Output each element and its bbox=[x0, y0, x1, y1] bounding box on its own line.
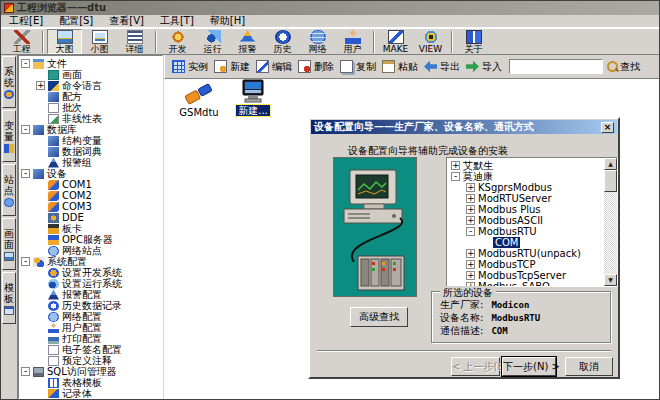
tree-item[interactable]: 打印配置 bbox=[19, 333, 162, 344]
tree-item[interactable]: 用户配置 bbox=[19, 322, 162, 333]
tab-variables[interactable]: 变量 bbox=[2, 110, 16, 162]
toolbar2-new[interactable]: 新建 bbox=[211, 58, 253, 76]
menu-tools[interactable]: 工具[T] bbox=[160, 14, 194, 28]
tab-screens[interactable]: 画面 bbox=[2, 218, 16, 270]
minus-expander[interactable]: - bbox=[21, 257, 30, 266]
dialog-titlebar[interactable]: 设备配置向导——生产厂家、设备名称、通讯方式 × bbox=[311, 120, 617, 134]
menu-help[interactable]: 帮助[H] bbox=[210, 14, 245, 28]
tree-item[interactable]: -设备 bbox=[19, 168, 162, 179]
toolbar-history[interactable]: 历史 bbox=[265, 29, 300, 54]
tree-item[interactable]: 历史数据记录 bbox=[19, 300, 162, 311]
project-tree[interactable]: -文件画面+命令语言配方批次非线性表-数据库结构变量数据词典报警组-设备COM1… bbox=[18, 55, 163, 399]
scroll-thumb[interactable] bbox=[604, 170, 617, 192]
driver-tree-item[interactable]: +ModRTUServer bbox=[449, 193, 603, 204]
tree-item[interactable]: -数据库 bbox=[19, 124, 162, 135]
tab-sites[interactable]: 站点 bbox=[2, 164, 16, 216]
scroll-down-icon[interactable]: ▼ bbox=[604, 274, 617, 286]
back-button[interactable]: < 上一步(B) bbox=[451, 357, 500, 376]
tree-item[interactable]: 预定义注释 bbox=[19, 355, 162, 366]
driver-tree-item[interactable]: +ModbusTcpServer bbox=[449, 270, 603, 281]
tree-item[interactable]: COM3 bbox=[19, 201, 162, 212]
listbox-scrollbar[interactable]: ▲ ▼ bbox=[604, 158, 617, 286]
find-button[interactable]: 查找 bbox=[620, 60, 640, 74]
tree-item[interactable]: 结构变量 bbox=[19, 135, 162, 146]
plus-expander[interactable]: + bbox=[451, 161, 460, 170]
plus-expander[interactable]: + bbox=[466, 183, 475, 192]
tree-item[interactable]: -SQL访问管理器 bbox=[19, 366, 162, 377]
minus-expander[interactable]: - bbox=[21, 367, 30, 376]
toolbar2-edit[interactable]: 编辑 bbox=[253, 58, 295, 76]
toolbar-large-icons[interactable]: 大图 bbox=[47, 29, 82, 54]
tab-system[interactable]: 系统 bbox=[2, 56, 16, 108]
toolbar2-paste[interactable]: 粘贴 bbox=[379, 58, 421, 76]
tree-item[interactable]: 电子签名配置 bbox=[19, 344, 162, 355]
tree-item[interactable]: 网络站点 bbox=[19, 245, 162, 256]
tree-item[interactable]: -文件 bbox=[19, 58, 162, 69]
plus-expander[interactable]: + bbox=[466, 216, 475, 225]
toolbar-network[interactable]: 网络 bbox=[300, 29, 335, 54]
minus-expander[interactable]: - bbox=[21, 125, 30, 134]
driver-tree-item[interactable]: +ModbusASCII bbox=[449, 215, 603, 226]
plus-expander[interactable]: + bbox=[466, 194, 475, 203]
toolbar-alarm[interactable]: 报警 bbox=[230, 29, 265, 54]
driver-tree[interactable]: +艾默生-莫迪康+KSgprsModbus+ModRTUServer+Modbu… bbox=[447, 158, 604, 286]
toolbar-small-icons[interactable]: 小图 bbox=[82, 29, 117, 54]
driver-tree-item[interactable]: +ModbusRTU(unpack) bbox=[449, 248, 603, 259]
tree-item[interactable]: DDE bbox=[19, 212, 162, 223]
device-item-new[interactable]: 新建... bbox=[226, 79, 280, 116]
plus-expander[interactable]: + bbox=[36, 81, 45, 90]
plus-expander[interactable]: + bbox=[466, 249, 475, 258]
window-titlebar[interactable]: 工程浏览器——dtu bbox=[1, 1, 659, 15]
toolbar-make[interactable]: MAKE bbox=[378, 29, 413, 54]
driver-tree-item[interactable]: +艾默生 bbox=[449, 160, 603, 171]
plus-expander[interactable]: + bbox=[466, 260, 475, 269]
tree-item[interactable]: 设置运行系统 bbox=[19, 278, 162, 289]
scroll-up-icon[interactable]: ▲ bbox=[604, 158, 617, 170]
driver-tree-item[interactable]: +KSgprsModbus bbox=[449, 182, 603, 193]
plus-expander[interactable]: + bbox=[466, 205, 475, 214]
tree-item[interactable]: 表格模板 bbox=[19, 377, 162, 388]
driver-tree-item[interactable]: COM bbox=[449, 237, 603, 248]
driver-listbox[interactable]: +艾默生-莫迪康+KSgprsModbus+ModRTUServer+Modbu… bbox=[446, 157, 618, 287]
tree-item[interactable]: COM2 bbox=[19, 190, 162, 201]
minus-expander[interactable]: - bbox=[21, 169, 30, 178]
plus-expander[interactable]: + bbox=[466, 271, 475, 280]
tree-item[interactable]: +命令语言 bbox=[19, 80, 162, 91]
cancel-button[interactable]: 取消 bbox=[565, 357, 613, 376]
tree-item[interactable]: 网络配置 bbox=[19, 311, 162, 322]
driver-tree-item[interactable]: +Modbus Plus bbox=[449, 204, 603, 215]
menu-config[interactable]: 配置[S] bbox=[59, 14, 93, 28]
menu-project[interactable]: 工程[E] bbox=[9, 14, 43, 28]
toolbar-about[interactable]: 关于 bbox=[456, 29, 491, 54]
tree-item[interactable]: 报警配置 bbox=[19, 289, 162, 300]
toolbar2-copy[interactable]: 复制 bbox=[337, 58, 379, 76]
tree-item[interactable]: 批次 bbox=[19, 102, 162, 113]
toolbar-develop[interactable]: 开发 bbox=[160, 29, 195, 54]
tree-item[interactable]: 非线性表 bbox=[19, 113, 162, 124]
tree-item[interactable]: 数据词典 bbox=[19, 146, 162, 157]
minus-expander[interactable]: - bbox=[466, 227, 475, 236]
toolbar-view[interactable]: VIEW bbox=[413, 29, 448, 54]
tree-item[interactable]: -系统配置 bbox=[19, 256, 162, 267]
tree-item[interactable]: 报警组 bbox=[19, 157, 162, 168]
minus-expander[interactable]: - bbox=[21, 59, 30, 68]
toolbar2-delete[interactable]: 删除 bbox=[295, 58, 337, 76]
toolbar2-import[interactable]: 导入 bbox=[463, 58, 505, 76]
menu-view[interactable]: 查看[V] bbox=[109, 14, 144, 28]
driver-tree-item[interactable]: -ModbusRTU bbox=[449, 226, 603, 237]
toolbar2-export[interactable]: 导出 bbox=[421, 58, 463, 76]
close-icon[interactable]: × bbox=[601, 122, 614, 133]
driver-tree-item[interactable]: +ModbusTCP bbox=[449, 259, 603, 270]
toolbar-details[interactable]: 详细 bbox=[117, 29, 152, 54]
search-input[interactable] bbox=[509, 59, 603, 74]
advanced-find-button[interactable]: 高级查找 bbox=[350, 307, 408, 327]
toolbar-project[interactable]: 工程 bbox=[4, 29, 39, 54]
next-button[interactable]: 下一步(N) > bbox=[502, 357, 556, 376]
tree-item[interactable]: 画面 bbox=[19, 69, 162, 80]
toolbar-users[interactable]: 用户 bbox=[335, 29, 370, 54]
driver-tree-item[interactable]: -莫迪康 bbox=[449, 171, 603, 182]
minus-expander[interactable]: - bbox=[451, 172, 460, 181]
tree-item[interactable]: 板卡 bbox=[19, 223, 162, 234]
tree-item[interactable]: 记录体 bbox=[19, 388, 162, 399]
tab-templates[interactable]: 模板 bbox=[2, 272, 16, 324]
